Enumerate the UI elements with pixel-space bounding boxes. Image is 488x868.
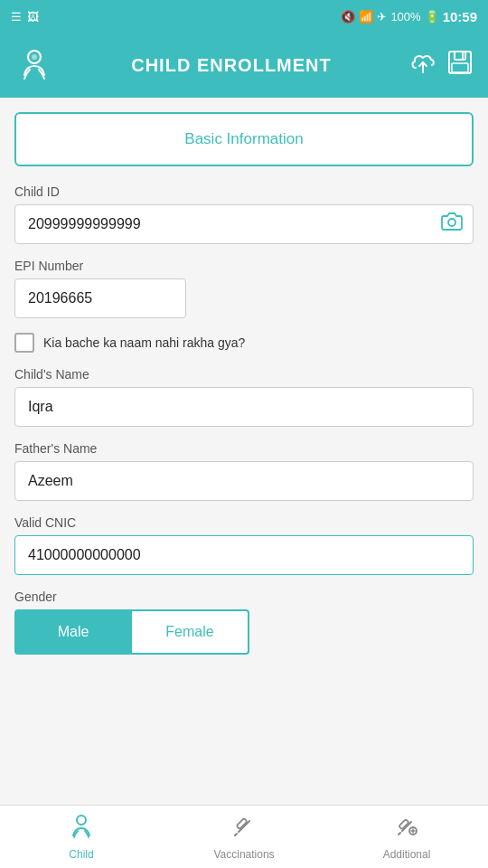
svg-rect-4	[455, 52, 465, 60]
child-id-input-wrapper	[14, 204, 474, 244]
basic-info-tab[interactable]: Basic Information	[14, 112, 474, 166]
nav-item-vaccinations[interactable]: Vaccinations	[163, 806, 325, 868]
bottom-nav: Child Vaccinations Additi	[0, 805, 488, 868]
svg-line-11	[235, 834, 237, 835]
child-nav-label: Child	[69, 848, 93, 861]
vaccinations-nav-label: Vaccinations	[213, 848, 274, 861]
epi-number-group: EPI Number	[14, 259, 474, 318]
no-name-checkbox-row: Kia bache ka naam nahi rakha gya?	[14, 333, 474, 353]
status-time: 10:59	[443, 9, 477, 24]
battery-icon: 🔋	[425, 10, 439, 24]
svg-point-8	[77, 816, 86, 825]
valid-cnic-input[interactable]	[14, 535, 474, 575]
wifi-icon: 📶	[359, 10, 373, 24]
svg-point-1	[32, 54, 37, 60]
header-title: CHILD ENROLLMENT	[54, 55, 408, 76]
save-button[interactable]	[446, 49, 474, 82]
svg-line-16	[399, 833, 400, 835]
app-header: CHILD ENROLLMENT	[0, 33, 488, 98]
childs-name-label: Child's Name	[14, 367, 474, 382]
gender-male-button[interactable]: Male	[14, 609, 132, 655]
fathers-name-input[interactable]	[14, 461, 474, 501]
gender-group: Gender Male Female	[14, 590, 474, 655]
svg-rect-5	[452, 63, 468, 72]
no-name-checkbox-label: Kia bache ka naam nahi rakha gya?	[43, 335, 245, 350]
main-content: Basic Information Child ID EPI Number Ki…	[0, 98, 488, 805]
gender-female-button[interactable]: Female	[132, 609, 249, 655]
svg-rect-15	[399, 819, 408, 829]
fathers-name-group: Father's Name	[14, 441, 474, 501]
epi-number-input[interactable]	[14, 278, 186, 318]
gender-label: Gender	[14, 590, 474, 604]
gender-buttons: Male Female	[14, 609, 474, 655]
child-id-group: Child ID	[14, 184, 474, 244]
svg-point-7	[448, 219, 455, 226]
camera-icon[interactable]	[441, 211, 463, 238]
vaccinations-nav-icon	[231, 814, 257, 845]
no-name-checkbox[interactable]	[14, 333, 34, 353]
childs-name-input[interactable]	[14, 387, 474, 427]
additional-nav-icon	[394, 814, 419, 845]
childs-name-group: Child's Name	[14, 367, 474, 427]
app-logo	[14, 45, 54, 85]
svg-rect-10	[237, 818, 248, 829]
additional-nav-label: Additional	[383, 848, 431, 861]
status-image-icon: 🖼	[27, 10, 39, 24]
status-left-icons: ☰	[11, 10, 22, 24]
valid-cnic-label: Valid CNIC	[14, 515, 474, 530]
status-bar: ☰ 🖼 🔇 📶 ✈ 🔇 📶 ✈ 100% 🔋 100% 🔋 10:59	[0, 0, 488, 33]
child-nav-icon	[69, 814, 94, 845]
nav-item-child[interactable]: Child	[0, 806, 163, 868]
fathers-name-label: Father's Name	[14, 441, 474, 456]
nav-item-additional[interactable]: Additional	[325, 806, 488, 868]
basic-info-label: Basic Information	[184, 130, 303, 147]
battery-text: 100%	[390, 10, 420, 24]
child-id-input[interactable]	[14, 204, 474, 244]
child-id-label: Child ID	[14, 184, 474, 199]
epi-number-label: EPI Number	[14, 259, 474, 273]
airplane-icon: ✈	[377, 10, 387, 24]
mute-icon: 🔇	[341, 10, 355, 24]
upload-button[interactable]	[408, 48, 437, 83]
valid-cnic-group: Valid CNIC	[14, 515, 474, 575]
